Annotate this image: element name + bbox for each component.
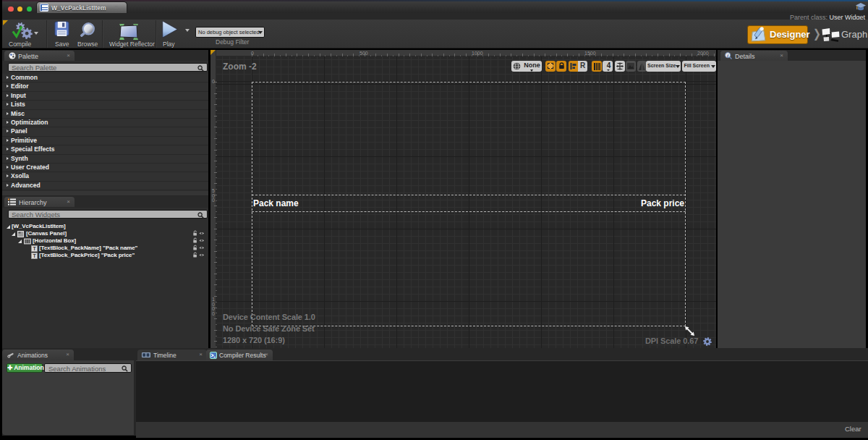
svg-text:i: i bbox=[727, 53, 728, 58]
